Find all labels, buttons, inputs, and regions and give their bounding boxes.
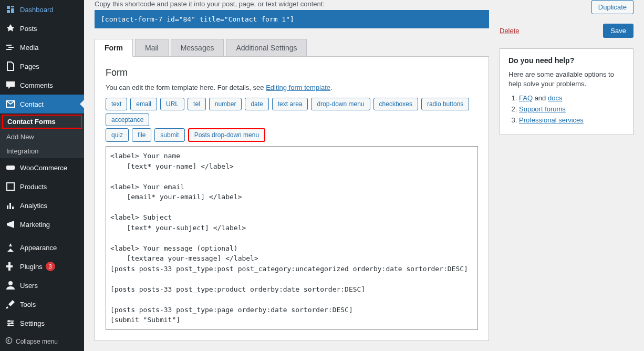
- sidebar-item-posts[interactable]: Posts: [0, 19, 84, 38]
- svg-rect-0: [6, 166, 15, 170]
- collapse-icon: [5, 337, 13, 346]
- support-link[interactable]: Support forums: [519, 105, 566, 113]
- tag-url[interactable]: URL: [160, 98, 184, 110]
- media-icon: [5, 42, 16, 53]
- tag-textarea[interactable]: text area: [272, 98, 308, 110]
- sidebar-label: Tools: [20, 301, 36, 308]
- main-content: Copy this shortcode and paste it into yo…: [84, 0, 644, 351]
- tag-tel[interactable]: tel: [188, 98, 206, 110]
- sidebar-item-plugins[interactable]: Plugins 3: [0, 257, 84, 276]
- tools-icon: [5, 299, 16, 309]
- sidebar-label: Media: [20, 44, 38, 51]
- plugins-badge: 3: [46, 262, 55, 271]
- marketing-icon: [5, 219, 16, 230]
- submenu-add-new[interactable]: Add New: [0, 130, 84, 144]
- help-item-3: Professional services: [519, 116, 625, 124]
- pro-services-link[interactable]: Professional services: [519, 116, 584, 124]
- sidebar-item-dashboard[interactable]: Dashboard: [0, 0, 84, 19]
- form-panel: Form You can edit the form template here…: [95, 57, 489, 341]
- tab-form[interactable]: Form: [95, 39, 133, 57]
- sidebar-item-products[interactable]: Products: [0, 177, 84, 196]
- sidebar-item-woocommerce[interactable]: WooCommerce: [0, 158, 84, 177]
- sidebar-item-pages[interactable]: Pages: [0, 57, 84, 76]
- sidebar-label: Dashboard: [20, 6, 54, 14]
- tag-checkboxes[interactable]: checkboxes: [373, 98, 418, 110]
- sidebar-label: Settings: [20, 319, 45, 327]
- submenu-integration[interactable]: Integration: [0, 144, 84, 158]
- shortcode-text: [contact-form-7 id="84" title="Contact f…: [101, 15, 294, 23]
- tag-quiz[interactable]: quiz: [106, 128, 129, 142]
- tag-dropdown[interactable]: drop-down menu: [311, 98, 370, 110]
- tag-submit[interactable]: submit: [154, 128, 184, 142]
- delete-link[interactable]: Delete: [500, 27, 520, 35]
- form-template-editor[interactable]: <label> Your name [text* your-name] </la…: [106, 146, 478, 330]
- plugins-icon: [5, 261, 16, 272]
- sidebar-item-analytics[interactable]: Analytics: [0, 196, 84, 215]
- sidebar-item-users[interactable]: Users: [0, 276, 84, 295]
- sidebar-label: Marketing: [20, 221, 50, 229]
- contact-submenu: Contact Forms Add New Integration: [0, 115, 84, 158]
- sidebar-item-contact[interactable]: Contact: [0, 95, 84, 113]
- tag-date[interactable]: date: [245, 98, 268, 110]
- sidebar-item-appearance[interactable]: Appearance: [0, 238, 84, 257]
- help-item-1: FAQ and docs: [519, 94, 625, 102]
- tag-file[interactable]: file: [132, 128, 151, 142]
- save-button[interactable]: Save: [603, 24, 633, 38]
- form-tabs: Form Mail Messages Additional Settings: [95, 39, 489, 57]
- dashboard-icon: [5, 4, 16, 15]
- sidebar-label: Plugins: [20, 263, 43, 271]
- sidebar-label: Analytics: [20, 202, 47, 210]
- sidebar-label: WooCommerce: [20, 164, 67, 172]
- sidebar-item-tools[interactable]: Tools: [0, 295, 84, 314]
- collapse-menu[interactable]: Collapse menu: [0, 333, 84, 350]
- help-item-2: Support forums: [519, 105, 625, 113]
- tab-messages[interactable]: Messages: [171, 39, 224, 56]
- panel-title: Form: [106, 67, 478, 78]
- tag-buttons-row1: text email URL tel number date text area…: [106, 98, 478, 126]
- appearance-icon: [5, 242, 16, 253]
- help-list: FAQ and docs Support forums Professional…: [508, 94, 625, 124]
- help-box: Do you need help? Here are some availabl…: [500, 48, 633, 135]
- tag-acceptance[interactable]: acceptance: [106, 113, 149, 126]
- help-desc: Here are some available options to help …: [508, 70, 625, 89]
- sidebar-label: Appearance: [20, 244, 57, 252]
- help-title: Do you need help?: [508, 56, 625, 65]
- svg-point-5: [6, 337, 12, 343]
- sidebar-item-media[interactable]: Media: [0, 38, 84, 57]
- svg-point-3: [11, 322, 13, 324]
- shortcode-intro: Copy this shortcode and paste it into yo…: [95, 0, 489, 8]
- svg-point-4: [8, 324, 10, 326]
- tag-radio[interactable]: radio buttons: [421, 98, 469, 110]
- settings-icon: [5, 318, 16, 328]
- faq-link[interactable]: FAQ: [519, 94, 533, 102]
- sidebar-item-settings[interactable]: Settings: [0, 314, 84, 333]
- panel-description: You can edit the form template here. For…: [106, 84, 478, 91]
- tag-posts-dropdown[interactable]: Posts drop-down menu: [188, 128, 265, 142]
- sidebar-item-comments[interactable]: Comments: [0, 76, 84, 95]
- tab-additional-settings[interactable]: Additional Settings: [226, 39, 307, 56]
- woo-icon: [5, 162, 16, 173]
- sidebar-label: Products: [20, 183, 47, 191]
- submenu-contact-forms[interactable]: Contact Forms: [2, 115, 82, 129]
- pages-icon: [5, 61, 16, 71]
- editing-template-link[interactable]: Editing form template: [266, 84, 330, 91]
- tag-number[interactable]: number: [209, 98, 242, 110]
- tab-mail[interactable]: Mail: [135, 39, 169, 56]
- docs-link[interactable]: docs: [548, 94, 562, 102]
- products-icon: [5, 181, 16, 192]
- tag-buttons-row2: quiz file submit Posts drop-down menu: [106, 128, 478, 142]
- tag-text[interactable]: text: [106, 98, 127, 110]
- duplicate-button[interactable]: Duplicate: [591, 0, 633, 14]
- admin-sidebar: Dashboard Posts Media Pages Comments Con…: [0, 0, 84, 351]
- sidebar-label: Posts: [20, 25, 37, 33]
- analytics-icon: [5, 200, 16, 211]
- shortcode-box[interactable]: [contact-form-7 id="84" title="Contact f…: [95, 10, 489, 28]
- sidebar-label: Comments: [20, 81, 53, 89]
- pin-icon: [5, 23, 16, 34]
- sidebar-label: Contact: [20, 100, 44, 108]
- sidebar-label: Pages: [20, 63, 39, 70]
- sidebar-label: Users: [20, 282, 38, 290]
- comments-icon: [5, 80, 16, 90]
- tag-email[interactable]: email: [130, 98, 157, 110]
- sidebar-item-marketing[interactable]: Marketing: [0, 215, 84, 234]
